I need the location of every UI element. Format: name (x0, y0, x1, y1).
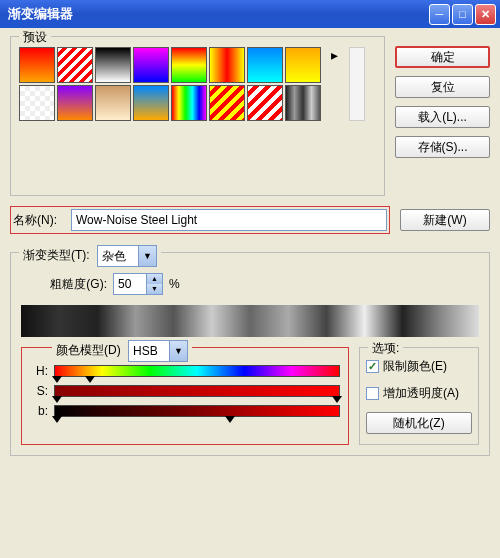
preset-swatch[interactable] (57, 47, 93, 83)
presets-label: 预设 (19, 29, 51, 46)
preset-swatch[interactable] (209, 47, 245, 83)
name-label: 名称(N): (13, 212, 63, 229)
randomize-button[interactable]: 随机化(Z) (366, 412, 472, 434)
options-fieldset: 选项: ✓ 限制颜色(E) 增加透明度(A) 随机化(Z) (359, 347, 479, 445)
presets-fieldset: 预设 (10, 36, 385, 196)
colormodel-select[interactable]: HSB▼ (128, 340, 188, 362)
titlebar: 渐变编辑器 ─ □ ✕ (0, 0, 500, 28)
preset-swatch[interactable] (247, 47, 283, 83)
preset-swatch[interactable] (57, 85, 93, 121)
spinner-down-icon[interactable]: ▼ (146, 284, 162, 294)
maximize-button[interactable]: □ (452, 4, 473, 25)
hue-label: H: (30, 364, 48, 378)
gradient-type-fieldset: 渐变类型(T): 杂色▼ 粗糙度(G): 50 ▲▼ % 颜色模型(D) HSB… (10, 252, 490, 456)
type-select[interactable]: 杂色▼ (97, 245, 157, 267)
preset-swatch[interactable] (19, 47, 55, 83)
spinner-up-icon[interactable]: ▲ (146, 274, 162, 284)
preset-menu-arrow[interactable]: ▸ (327, 47, 341, 63)
restrict-colors-checkbox[interactable]: ✓ 限制颜色(E) (366, 358, 472, 375)
name-input[interactable] (71, 209, 387, 231)
gradient-preview (21, 305, 479, 337)
type-label: 渐变类型(T): (23, 248, 90, 262)
preset-swatch[interactable] (171, 85, 207, 121)
colormodel-label: 颜色模型(D) (56, 343, 121, 357)
reset-button[interactable]: 复位 (395, 76, 490, 98)
preset-swatch[interactable] (285, 47, 321, 83)
preset-swatch[interactable] (171, 47, 207, 83)
checkbox-icon: ✓ (366, 360, 379, 373)
color-model-fieldset: 颜色模型(D) HSB▼ H: S: b: (21, 347, 349, 445)
load-button[interactable]: 载入(L)... (395, 106, 490, 128)
preset-swatch[interactable] (133, 47, 169, 83)
content: 预设 (0, 28, 500, 464)
preset-swatch[interactable] (209, 85, 245, 121)
roughness-input[interactable]: 50 ▲▼ (113, 273, 163, 295)
preset-swatch[interactable] (95, 85, 131, 121)
options-label: 选项: (368, 340, 403, 357)
brightness-slider[interactable] (54, 405, 340, 417)
close-button[interactable]: ✕ (475, 4, 496, 25)
preset-scrollbar[interactable] (349, 47, 365, 121)
hue-slider[interactable] (54, 365, 340, 377)
sat-label: S: (30, 384, 48, 398)
preset-swatch[interactable] (19, 85, 55, 121)
minimize-button[interactable]: ─ (429, 4, 450, 25)
percent-label: % (169, 277, 180, 291)
saturation-slider[interactable] (54, 385, 340, 397)
new-button[interactable]: 新建(W) (400, 209, 490, 231)
window-title: 渐变编辑器 (4, 5, 427, 23)
roughness-label: 粗糙度(G): (21, 276, 107, 293)
chevron-down-icon: ▼ (169, 341, 187, 361)
save-button[interactable]: 存储(S)... (395, 136, 490, 158)
name-row: 名称(N): 新建(W) (10, 206, 490, 234)
chevron-down-icon: ▼ (138, 246, 156, 266)
transparency-checkbox[interactable]: 增加透明度(A) (366, 385, 472, 402)
preset-grid (19, 47, 321, 121)
bri-label: b: (30, 404, 48, 418)
ok-button[interactable]: 确定 (395, 46, 490, 68)
preset-swatch[interactable] (95, 47, 131, 83)
preset-swatch[interactable] (133, 85, 169, 121)
preset-swatch[interactable] (285, 85, 321, 121)
checkbox-icon (366, 387, 379, 400)
preset-swatch[interactable] (247, 85, 283, 121)
